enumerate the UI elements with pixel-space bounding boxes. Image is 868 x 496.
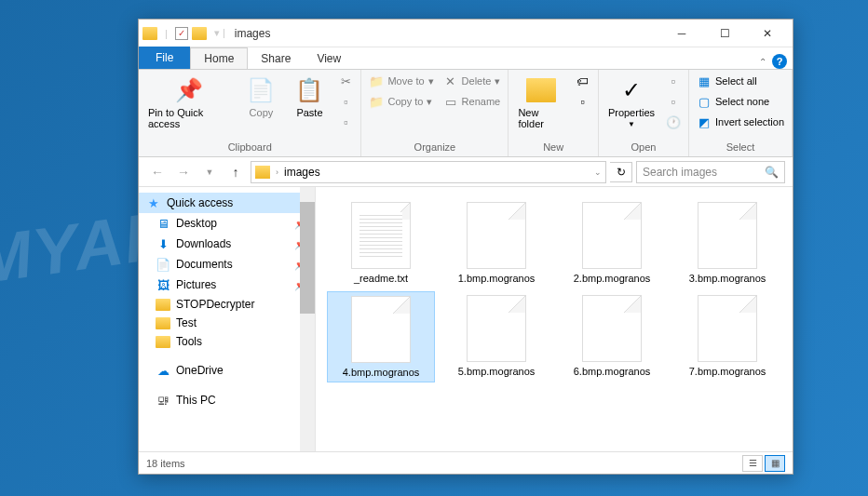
file-item[interactable]: 5.bmp.mogranos [442,291,550,382]
file-item[interactable]: 2.bmp.mogranos [558,198,666,288]
copy-to-button[interactable]: 📁Copy to ▾ [365,92,437,111]
sidebar-item-pictures[interactable]: 🖼Pictures📌 [139,275,315,295]
cut-button[interactable]: ✂ [334,72,357,90]
properties-button[interactable]: ✓ Properties ▼ [603,72,660,132]
button-label: Properties [608,107,655,118]
file-thumbnail [351,202,411,269]
explorer-window: | ✓ ▾ | images ─ ☐ ✕ File Home Share Vie… [138,19,793,475]
select-all-button[interactable]: ▦Select all [693,72,788,90]
chevron-down-icon[interactable]: ⌄ [594,168,602,177]
details-view-button[interactable]: ☰ [742,455,763,472]
search-icon: 🔍 [765,166,779,179]
properties-icon: ✓ [617,75,646,105]
close-button[interactable]: ✕ [746,20,789,47]
invert-selection-button[interactable]: ◩Invert selection [693,113,788,131]
tab-home[interactable]: Home [190,47,248,69]
delete-icon: ✕ [443,74,458,88]
titlebar: | ✓ ▾ | images ─ ☐ ✕ [139,20,793,47]
shortcut-icon: ▫ [338,114,353,129]
sidebar-item-folder[interactable]: Test [139,314,315,332]
collapse-ribbon-icon[interactable]: ⌃ [759,57,766,67]
refresh-button[interactable]: ↻ [610,162,632,182]
file-list[interactable]: _readme.txt1.bmp.mogranos2.bmp.mogranos3… [316,187,793,451]
check-icon[interactable]: ✓ [175,27,188,40]
content-area: ★Quick access🖥Desktop📌⬇Downloads📌📄Docume… [139,187,793,451]
delete-button[interactable]: ✕Delete ▾ [440,72,505,90]
history-icon: 🕐 [666,114,681,129]
open-button[interactable]: ▫ [662,72,685,90]
sidebar-item-quickaccess[interactable]: ★Quick access [139,193,315,213]
sidebar-item-desktop[interactable]: 🖥Desktop📌 [139,213,315,234]
file-item[interactable]: 4.bmp.mogranos [327,291,435,382]
file-item[interactable]: 6.bmp.mogranos [558,291,666,382]
file-thumbnail [351,296,411,363]
sidebar-item-folder[interactable]: STOPDecrypter [139,295,315,314]
select-none-icon: ▢ [697,94,712,109]
file-item[interactable]: 7.bmp.mogranos [673,291,781,382]
file-thumbnail [467,202,526,269]
cloud-icon: ☁ [156,363,170,378]
button-label: Pin to Quick access [148,107,230,129]
tabs-right: ⌃ ? [759,54,793,69]
edit-icon: ▫ [666,94,681,109]
sidebar-item-label: Quick access [167,196,233,209]
paste-icon: 📋 [294,75,324,105]
star-icon: ★ [146,195,161,210]
ribbon: 📌 Pin to Quick access 📄 Copy 📋 Paste ✂ ▫… [139,70,793,157]
tab-view[interactable]: View [304,48,354,69]
chevron-down-icon: ▼ [628,120,635,128]
ribbon-group-new: New folder 🏷 ▫ New [509,70,598,156]
help-icon[interactable]: ? [772,54,787,69]
sidebar-item-label: STOPDecrypter [176,298,254,311]
edit-button[interactable]: ▫ [662,92,685,111]
search-box[interactable]: Search images 🔍 [636,161,785,183]
new-folder-button[interactable]: New folder [512,72,569,133]
new-item-button[interactable]: 🏷 [572,72,594,90]
sidebar-item-label: This PC [176,394,216,407]
up-button[interactable]: ↑ [224,161,247,183]
select-none-button[interactable]: ▢Select none [693,92,788,111]
sidebar-item-documents[interactable]: 📄Documents📌 [139,254,315,275]
paste-shortcut-button[interactable]: ▫ [334,113,357,131]
recent-button[interactable]: ▼ [198,161,221,183]
tab-share[interactable]: Share [248,48,304,69]
file-item[interactable]: 1.bmp.mogranos [442,198,550,288]
titlebar-icons: | ✓ ▾ | [142,27,229,40]
file-thumbnail [467,295,526,362]
group-label: Open [603,140,685,154]
open-extra: ▫ ▫ 🕐 [662,72,685,131]
sidebar-scrollbar[interactable] [300,187,315,451]
button-label: New folder [518,107,563,129]
move-to-button[interactable]: 📁Move to ▾ [365,72,437,90]
icons-view-button[interactable]: ▦ [765,455,785,472]
paste-button[interactable]: 📋 Paste [286,72,332,122]
history-button[interactable]: 🕐 [662,113,685,131]
sidebar-item-label: Pictures [176,278,216,291]
scrollbar-thumb[interactable] [300,202,315,314]
sidebar-item-thispc[interactable]: 🖳This PC [139,390,315,410]
copy-path-button[interactable]: ▫ [334,92,357,111]
sidebar-item-folder[interactable]: Tools [139,332,315,351]
group-label: New [512,140,593,154]
back-button[interactable]: ← [146,161,169,183]
pin-quick-access-button[interactable]: 📌 Pin to Quick access [142,72,236,133]
button-label: Paste [296,107,322,118]
file-item[interactable]: _readme.txt [327,198,435,288]
forward-button[interactable]: → [172,161,195,183]
maximize-button[interactable]: ☐ [703,20,746,47]
tab-file[interactable]: File [139,47,190,69]
address-box[interactable]: › images ⌄ [251,161,606,183]
pictures-icon: 🖼 [156,277,170,292]
pin-icon: 📌 [174,75,204,105]
rename-button[interactable]: ▭Rename [440,92,505,111]
folder-icon [156,336,170,348]
sidebar-item-onedrive[interactable]: ☁OneDrive [139,360,315,381]
sidebar-item-downloads[interactable]: ⬇Downloads📌 [139,234,315,254]
folder-icon [156,299,170,311]
easy-access-button[interactable]: ▫ [572,92,594,111]
copy-button[interactable]: 📄 Copy [237,72,284,122]
sidebar-item-label: Downloads [176,237,231,250]
button-label: Copy [250,107,274,118]
file-item[interactable]: 3.bmp.mogranos [673,198,781,288]
minimize-button[interactable]: ─ [660,20,703,47]
